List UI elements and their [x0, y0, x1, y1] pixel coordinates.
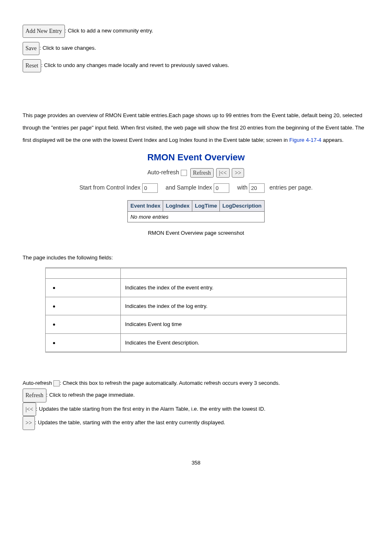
th-event-index: Event Index	[128, 201, 163, 212]
th-log-description: LogDescription	[220, 201, 264, 212]
auto-refresh-checkbox[interactable]	[181, 170, 187, 176]
desc-event-index: Indicates the index of the event entry.	[121, 279, 347, 297]
desc-log-index: Indicates the index of the log entry.	[121, 297, 347, 315]
no-entries-cell: No more entries	[128, 211, 264, 222]
with-label: with	[237, 184, 247, 191]
table-row: Indicates the index of the log entry.	[45, 297, 346, 315]
save-desc: : Click to save changes.	[39, 45, 96, 51]
overview-paragraph: This page provides an overview of RMON E…	[23, 109, 369, 146]
screenshot-caption: RMON Event Overview page screenshot	[23, 229, 369, 237]
screenshot-title: RMON Event Overview	[23, 150, 369, 164]
bullet-icon	[53, 342, 55, 344]
th-description	[121, 268, 347, 279]
auto-refresh-label: Auto-refresh	[148, 169, 179, 176]
refresh-button-img[interactable]: Refresh	[23, 388, 46, 402]
fields-intro: The page includes the following fields:	[23, 254, 369, 262]
table-row: Indicates the Event description.	[45, 333, 346, 352]
bullet-icon	[53, 305, 55, 308]
page-number: 358	[23, 459, 369, 467]
bullet-icon	[53, 324, 55, 326]
first-desc: : Updates the table starting from the fi…	[36, 406, 265, 412]
para-b: appears.	[321, 137, 344, 143]
th-object	[45, 268, 120, 279]
bullet-icon	[53, 287, 55, 289]
th-event-index-label: Event Index	[130, 203, 160, 209]
reset-button[interactable]: Reset	[23, 59, 41, 72]
fields-table: Indicates the index of the event entry. …	[45, 267, 347, 353]
add-desc: : Click to add a new community entry.	[65, 28, 153, 34]
refresh-desc: : Click to refresh the page immediate.	[46, 392, 135, 398]
rmon-event-table: Event Index LogIndex LogTime LogDescript…	[127, 200, 264, 222]
desc-log-time: Indicates Event log time	[121, 315, 347, 334]
control-index-input[interactable]: 0	[142, 183, 158, 193]
first-page-button[interactable]: |<<	[216, 168, 230, 178]
screenshot-panel: RMON Event Overview Auto-refresh Refresh…	[23, 150, 369, 223]
next-page-button-img[interactable]: >>	[23, 416, 35, 430]
auto-refresh-desc: : Check this box to refresh the page aut…	[60, 380, 280, 386]
entries-label: entries per page.	[270, 184, 313, 191]
save-button[interactable]: Save	[23, 42, 39, 55]
add-new-entry-button[interactable]: Add New Entry	[23, 25, 65, 38]
sample-index-input[interactable]: 0	[214, 183, 229, 193]
auto-refresh-text: Auto-refresh	[23, 380, 53, 386]
first-page-button-img[interactable]: |<<	[23, 402, 36, 416]
reset-desc: : Click to undo any changes made locally…	[41, 62, 229, 68]
control-index-label: Start from Control Index	[79, 184, 141, 191]
next-desc: : Updates the table, starting with the e…	[35, 419, 225, 426]
table-row: Indicates Event log time	[45, 315, 346, 334]
refresh-button[interactable]: Refresh	[190, 168, 214, 178]
table-row: Indicates the index of the event entry.	[45, 279, 346, 297]
th-log-time: LogTime	[192, 201, 220, 212]
entries-per-page-input[interactable]: 20	[249, 183, 265, 193]
checkbox-icon	[53, 380, 60, 386]
desc-log-description: Indicates the Event description.	[121, 333, 347, 352]
figure-link[interactable]: Figure 4-17-4	[289, 137, 321, 143]
th-log-index: LogIndex	[163, 201, 192, 212]
next-page-button[interactable]: >>	[232, 168, 244, 178]
sample-index-label: and Sample Index	[166, 184, 212, 191]
